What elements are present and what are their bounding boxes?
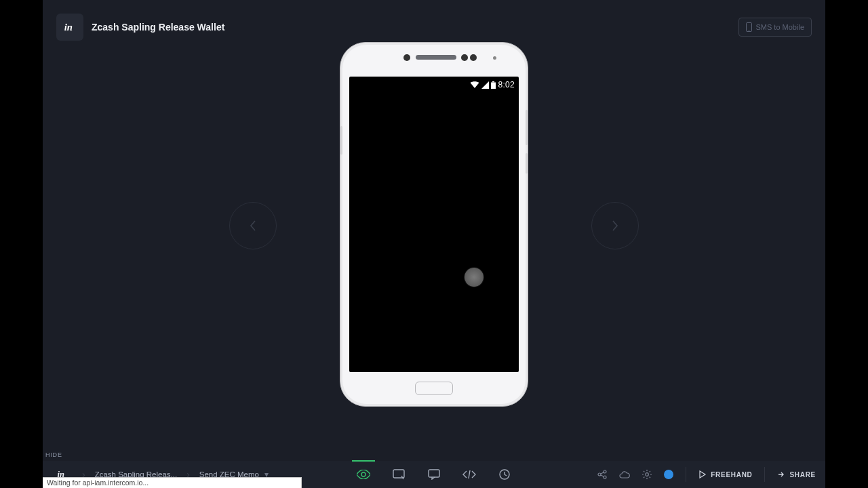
code-icon [462, 470, 476, 479]
sms-button-label: SMS to Mobile [755, 23, 804, 31]
freehand-button[interactable]: FREEHAND [698, 470, 752, 479]
touch-indicator [465, 268, 484, 287]
wifi-icon [470, 81, 479, 89]
device-frame: 8:02 [340, 42, 528, 407]
mobile-icon [746, 22, 752, 32]
phone-side-button-right-1 [526, 110, 528, 145]
svg-point-2 [749, 30, 750, 31]
cellular-signal-icon [481, 81, 489, 89]
history-icon [499, 469, 510, 480]
phone-side-button-left [340, 126, 342, 155]
android-status-bar: 8:02 [470, 80, 515, 89]
invision-logo-icon: in [62, 20, 77, 35]
comment-mode-button[interactable] [427, 461, 441, 488]
chevron-left-icon [250, 220, 256, 231]
upload-button[interactable] [619, 470, 630, 479]
svg-rect-7 [393, 470, 404, 478]
phone-side-button-right-2 [526, 153, 528, 174]
comment-icon [428, 469, 440, 480]
browser-status-toast: Waiting for api-iam.intercom.io... [43, 477, 302, 488]
chevron-right-icon [612, 220, 618, 231]
svg-point-11 [598, 473, 601, 476]
invision-logo[interactable]: in [56, 14, 83, 41]
phone-camera-icon [403, 54, 410, 61]
phone-proximity-sensor-icon [493, 56, 496, 60]
sms-to-mobile-button[interactable]: SMS to Mobile [738, 18, 812, 37]
share-link-button[interactable] [597, 470, 607, 479]
hotspot-icon [393, 469, 405, 480]
preview-mode-button[interactable] [356, 461, 371, 488]
next-screen-button[interactable] [591, 202, 639, 249]
svg-rect-3 [491, 82, 496, 89]
user-avatar[interactable] [664, 470, 673, 479]
device-screen[interactable]: 8:02 [349, 77, 519, 372]
project-title: Zcash Sapling Release Wallet [92, 22, 224, 33]
app-root: in Zcash Sapling Release Wallet SMS to M… [43, 0, 825, 488]
cloud-icon [619, 470, 630, 479]
settings-button[interactable] [642, 470, 652, 479]
svg-point-6 [361, 472, 366, 476]
phone-sensor-cluster-icon [461, 54, 477, 61]
svg-point-12 [604, 476, 606, 479]
freehand-play-icon [698, 470, 707, 479]
battery-icon [491, 81, 496, 89]
right-tools: FREEHAND SHARE [597, 461, 825, 488]
previous-screen-button[interactable] [229, 202, 277, 249]
phone-home-button [415, 382, 453, 395]
svg-text:in: in [64, 22, 73, 33]
mode-tools [356, 461, 512, 488]
svg-point-13 [646, 473, 649, 476]
history-mode-button[interactable] [497, 461, 512, 488]
toolbar-divider [686, 467, 686, 482]
share-nodes-icon [597, 470, 607, 479]
inspect-mode-button[interactable] [462, 461, 477, 488]
hide-toolbar-button[interactable]: HIDE [45, 451, 62, 458]
svg-rect-8 [429, 470, 439, 477]
status-bar-time: 8:02 [498, 80, 515, 89]
toolbar-divider [764, 467, 765, 482]
phone-earpiece-icon [416, 55, 456, 60]
share-button[interactable]: SHARE [777, 470, 816, 479]
svg-point-10 [604, 470, 606, 473]
gear-icon [642, 470, 652, 479]
freehand-label: FREEHAND [711, 471, 752, 479]
svg-rect-4 [492, 81, 494, 83]
share-label: SHARE [789, 471, 816, 479]
eye-icon [357, 470, 370, 479]
build-mode-button[interactable] [391, 461, 406, 488]
device-frame-inner: 8:02 [342, 45, 526, 404]
share-arrow-icon [777, 470, 785, 479]
top-bar: in Zcash Sapling Release Wallet SMS to M… [56, 14, 812, 41]
